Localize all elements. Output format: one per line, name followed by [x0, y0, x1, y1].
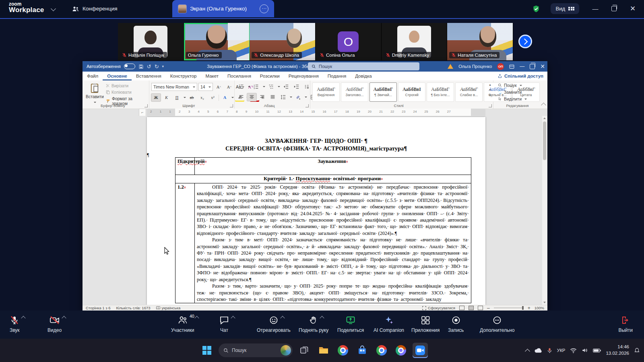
- document-page[interactable]: ЗАУВАЖЕННЯ· ГЕР· ЩОДО· ОПП· ¶ СЕРЕДНЯ· О…: [147, 117, 485, 305]
- chat-options-icon[interactable]: [231, 316, 235, 320]
- print-layout-icon[interactable]: [469, 306, 474, 310]
- zoom-percent[interactable]: 100%: [535, 306, 544, 310]
- tab-selector[interactable]: ⌐: [139, 109, 146, 117]
- video-button[interactable]: Видео: [47, 315, 62, 333]
- volume-icon[interactable]: [582, 348, 588, 353]
- video-options-icon[interactable]: [62, 316, 66, 320]
- cut-button[interactable]: Вирізати: [106, 83, 149, 88]
- horizontal-ruler[interactable]: 2 1 1 2 3 4 5 6 7 8 9 10 11 12 13 14 15 …: [147, 109, 485, 116]
- scroll-down-icon[interactable]: [543, 302, 546, 303]
- taskbar-clock[interactable]: 14:46 13.02.2026: [606, 344, 629, 356]
- bold-button[interactable]: Ж: [151, 94, 161, 101]
- justify-button[interactable]: [268, 93, 277, 101]
- criterion-cell[interactable]: Критерій· 1.· Проєктування· освітньої· п…: [175, 175, 471, 183]
- text-effects-caret-icon[interactable]: [231, 97, 234, 98]
- tab-view[interactable]: Подання: [323, 72, 351, 80]
- multilevel-list-button[interactable]: [266, 83, 276, 90]
- line-spacing-button[interactable]: [279, 93, 288, 101]
- word-minimize-button[interactable]: —: [520, 64, 524, 69]
- chat-button[interactable]: Чат: [219, 315, 229, 333]
- paste-button[interactable]: Вставити: [86, 83, 103, 104]
- leave-button[interactable]: Выйти: [618, 315, 633, 333]
- tab-home[interactable]: Основне: [103, 72, 132, 80]
- style-highlight[interactable]: АаБбВвГВиділення: [312, 82, 340, 102]
- scroll-up-icon[interactable]: [543, 117, 546, 119]
- zoom-slider[interactable]: [494, 308, 524, 309]
- minimize-button[interactable]: —: [590, 5, 601, 12]
- tab-review[interactable]: Рецензування: [284, 72, 323, 80]
- ribbon-options-icon[interactable]: [509, 64, 514, 69]
- align-right-button[interactable]: [258, 93, 267, 101]
- focus-mode-button[interactable]: Сфокусуватися: [422, 306, 455, 310]
- styles-dialog-launcher[interactable]: [489, 104, 492, 107]
- word-search-box[interactable]: Пошук: [308, 62, 419, 70]
- browser-button[interactable]: [335, 343, 351, 358]
- numbering-button[interactable]: [252, 83, 261, 90]
- chevron-down-icon[interactable]: [51, 6, 56, 11]
- notifications-icon[interactable]: [634, 348, 640, 354]
- store-button[interactable]: [355, 343, 370, 358]
- word-count[interactable]: Кількість слів: 1673: [116, 306, 151, 310]
- tab-meeting[interactable]: Конференция: [66, 0, 123, 17]
- page-indicator[interactable]: Сторінка 1 з 6: [86, 306, 111, 310]
- participant-tile-active-speaker[interactable]: Ольга Гуренко: [184, 23, 250, 60]
- word-restore-button[interactable]: [530, 64, 535, 69]
- header-subcriterion-cell[interactable]: Підкритерій¤: [175, 158, 195, 175]
- quick-access-chevron-icon[interactable]: ▾: [162, 65, 164, 68]
- reactions-button[interactable]: Отреагировать: [257, 315, 291, 333]
- zoom-in-button[interactable]: +: [528, 305, 530, 311]
- redo-icon[interactable]: ↻: [155, 64, 159, 69]
- tab-mailings[interactable]: Розсилки: [256, 72, 284, 80]
- font-dialog-launcher[interactable]: [230, 104, 233, 107]
- participant-tile[interactable]: О Сопіна Ольга: [316, 23, 382, 60]
- audio-options-icon[interactable]: [21, 316, 26, 320]
- close-button[interactable]: ✕: [627, 4, 638, 13]
- increase-indent-button[interactable]: [292, 83, 301, 90]
- subscript-button[interactable]: x₂: [198, 94, 207, 101]
- participant-tile[interactable]: Олександр Школа: [250, 23, 316, 60]
- styles-gallery-more-icon[interactable]: ▼̲: [489, 94, 491, 97]
- web-layout-icon[interactable]: [478, 306, 483, 310]
- align-left-button[interactable]: [237, 93, 246, 101]
- reactions-options-icon[interactable]: [280, 316, 285, 320]
- browser-2-button[interactable]: [374, 343, 389, 358]
- remark-text-cell[interactable]: ОПП· 2024· та· 2025· років· Середня· осв…: [195, 183, 471, 303]
- wifi-icon[interactable]: [570, 348, 577, 353]
- apps-button[interactable]: Приложения: [411, 315, 440, 333]
- shrink-font-button[interactable]: А˅: [225, 83, 234, 91]
- more-button[interactable]: Дополнительно: [480, 315, 514, 333]
- zoom-out-button[interactable]: –: [487, 305, 490, 311]
- battery-icon[interactable]: [593, 348, 601, 353]
- onedrive-cloud-icon[interactable]: [534, 348, 542, 353]
- participants-options-icon[interactable]: [194, 316, 199, 320]
- tab-insert[interactable]: Вставлення: [132, 72, 166, 80]
- shield-check-icon[interactable]: [532, 5, 540, 13]
- tab-options-icon[interactable]: ⋯: [260, 4, 268, 13]
- strikethrough-button[interactable]: ab: [187, 94, 196, 101]
- tab-design[interactable]: Конструктор: [166, 72, 201, 80]
- file-explorer-button[interactable]: [316, 343, 331, 358]
- underline-button[interactable]: П: [172, 94, 182, 101]
- underline-caret-icon[interactable]: [184, 97, 186, 98]
- style-no-spacing[interactable]: АаБбВвГ¶ Без інте...: [427, 82, 454, 102]
- replace-button[interactable]: Замінити: [498, 90, 527, 95]
- audio-button[interactable]: Звук: [10, 315, 20, 333]
- styles-scroll-up-icon[interactable]: ▲: [489, 83, 491, 86]
- browser-3-button[interactable]: [393, 343, 409, 358]
- read-mode-icon[interactable]: [459, 306, 464, 310]
- scrollbar-thumb[interactable]: [543, 121, 546, 160]
- word-close-button[interactable]: ✕: [540, 63, 545, 70]
- participants-button[interactable]: 40 Участники: [171, 315, 194, 333]
- account-avatar[interactable]: ОП: [497, 63, 504, 70]
- tab-screen-share[interactable]: Экран (Ольга Гуренко) ⋯: [172, 0, 274, 17]
- font-size-select[interactable]: 14: [198, 83, 213, 91]
- view-button[interactable]: Вид: [551, 3, 579, 14]
- autosave-toggle[interactable]: [124, 64, 135, 69]
- save-icon[interactable]: [138, 64, 144, 69]
- restore-button[interactable]: [611, 6, 617, 11]
- tab-references[interactable]: Посилання: [223, 72, 256, 80]
- style-strong[interactable]: АаБбВвІСтрогий: [398, 82, 425, 102]
- paragraph-dialog-launcher[interactable]: [305, 104, 309, 107]
- clipboard-dialog-launcher[interactable]: [144, 104, 148, 107]
- grow-font-button[interactable]: А˄: [214, 83, 223, 91]
